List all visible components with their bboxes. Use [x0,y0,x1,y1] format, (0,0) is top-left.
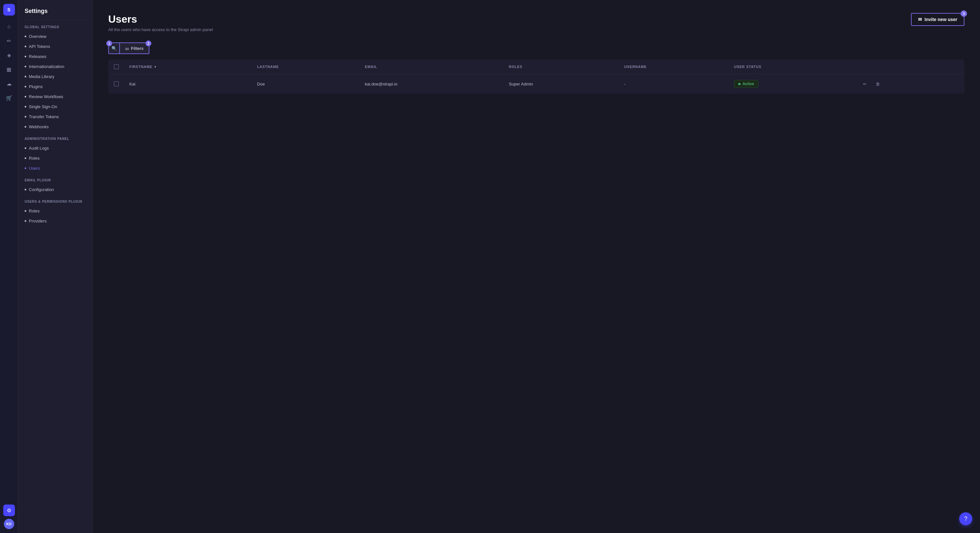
page-header: Users All the users who have access to t… [108,13,964,32]
row-username: - [619,74,729,94]
sidebar-item-permissions-roles[interactable]: Roles [18,206,92,216]
sidebar-item-i18n[interactable]: Internationalization [18,62,92,71]
row-user-status: Active [729,74,855,94]
sidebar-item-users[interactable]: Users [18,163,92,173]
table-header-roles: Roles [504,60,619,74]
settings-title: Settings [18,8,92,20]
invite-new-user-button[interactable]: ✉ Invite new user 3 [911,13,964,26]
sidebar-item-transfer-tokens[interactable]: Transfer Tokens [18,112,92,122]
table-row: Kai Doe kai.doe@strapi.io Super Admin - … [108,74,964,94]
settings-sidebar: Settings Global Settings Overview API To… [18,0,93,533]
search-button[interactable]: 🔍 1 [108,43,120,54]
settings-nav-icon[interactable]: ⚙ [3,504,15,516]
global-settings-label: Global Settings [18,25,92,32]
table-header-email: Email [360,60,504,74]
row-firstname: Kai [124,74,252,94]
row-email: kai.doe@strapi.io [360,74,504,94]
envelope-icon: ✉ [918,17,922,22]
row-action-icons: ✏ 🗑 [861,79,959,89]
col-label-firstname: Firstname [129,65,152,69]
media-nav-icon[interactable]: ◈ [3,49,15,61]
sidebar-item-providers[interactable]: Providers [18,216,92,226]
table-header: Firstname ▼ Lastname Email Roles Usernam… [108,60,964,74]
filter-icon: ⚏ [125,46,129,51]
table-header-row: Firstname ▼ Lastname Email Roles Usernam… [108,60,964,74]
content-nav-icon[interactable]: ✏ [3,35,15,47]
shop-nav-icon[interactable]: 🛒 [3,92,15,104]
icon-sidebar: S ⌂ ✏ ◈ ▦ ☁ 🛒 ⚙ KD [0,0,18,533]
row-checkbox[interactable] [114,81,119,86]
icon-sidebar-bottom: ⚙ KD [3,504,15,529]
dot-icon [25,46,26,47]
app-logo[interactable]: S [3,4,15,16]
sidebar-item-plugins[interactable]: Plugins [18,82,92,92]
cloud-nav-icon[interactable]: ☁ [3,78,15,89]
invite-btn-label: Invite new user [924,17,957,22]
dot-icon [25,126,26,128]
user-avatar[interactable]: KD [4,519,14,529]
page-title: Users [108,13,213,25]
dot-icon [25,189,26,190]
dot-icon [25,148,26,149]
table-header-actions [855,60,964,74]
dot-icon [25,167,26,169]
users-permissions-label: Users & Permissions Plugin [18,200,92,206]
sidebar-item-audit-logs[interactable]: Audit Logs [18,143,92,153]
sort-icon: ▼ [154,65,157,69]
dot-icon [25,36,26,37]
search-icon: 🔍 [111,46,117,51]
email-plugin-label: Email Plugin [18,178,92,185]
dot-icon [25,106,26,108]
builder-nav-icon[interactable]: ▦ [3,63,15,75]
filters-label: Filters [131,46,143,51]
invite-badge: 3 [961,10,967,17]
delete-icon[interactable]: 🗑 [873,79,883,89]
status-dot-icon [738,83,740,85]
sidebar-item-sso[interactable]: Single Sign-On [18,102,92,112]
edit-icon[interactable]: ✏ [861,79,870,89]
table-header-checkbox-col [108,60,124,74]
dot-icon [25,86,26,87]
dot-icon [25,157,26,159]
search-badge: 1 [106,40,112,46]
filters-button[interactable]: ⚏ Filters 2 [120,43,150,54]
sidebar-item-roles[interactable]: Roles [18,153,92,163]
sidebar-item-media-library[interactable]: Media Library [18,71,92,82]
page-header-text: Users All the users who have access to t… [108,13,213,32]
help-fab-button[interactable]: ? [959,512,972,525]
sidebar-item-review-workflows[interactable]: Review Workflows [18,92,92,102]
dot-icon [25,116,26,117]
main-content: Users All the users who have access to t… [93,0,980,533]
sidebar-item-configuration[interactable]: Configuration [18,185,92,195]
table-header-lastname: Lastname [252,60,360,74]
row-checkbox-cell [108,74,124,94]
sidebar-divider [25,20,86,20]
toolbar: 🔍 1 ⚏ Filters 2 [108,43,964,54]
table-header-username: Username [619,60,729,74]
filters-badge: 2 [145,40,151,46]
dot-icon [25,56,26,57]
dot-icon [25,220,26,222]
users-table: Firstname ▼ Lastname Email Roles Usernam… [108,59,964,94]
dot-icon [25,76,26,78]
sidebar-item-overview[interactable]: Overview [18,32,92,41]
sidebar-item-webhooks[interactable]: Webhooks [18,122,92,132]
row-actions-cell: ✏ 🗑 [855,74,964,94]
row-roles: Super Admin [504,74,619,94]
status-badge: Active [734,80,758,88]
status-label: Active [743,82,754,86]
sidebar-item-releases[interactable]: Releases [18,51,92,62]
select-all-checkbox[interactable] [114,64,119,69]
dot-icon [25,96,26,97]
dot-icon [25,210,26,212]
table-body: Kai Doe kai.doe@strapi.io Super Admin - … [108,74,964,94]
sidebar-item-api-tokens[interactable]: API Tokens [18,41,92,51]
table-header-firstname[interactable]: Firstname ▼ [124,60,252,74]
home-nav-icon[interactable]: ⌂ [3,21,15,32]
row-lastname: Doe [252,74,360,94]
page-subtitle: All the users who have access to the Str… [108,27,213,32]
table-header-user-status: User Status [729,60,855,74]
admin-panel-label: Administration Panel [18,137,92,143]
dot-icon [25,66,26,67]
